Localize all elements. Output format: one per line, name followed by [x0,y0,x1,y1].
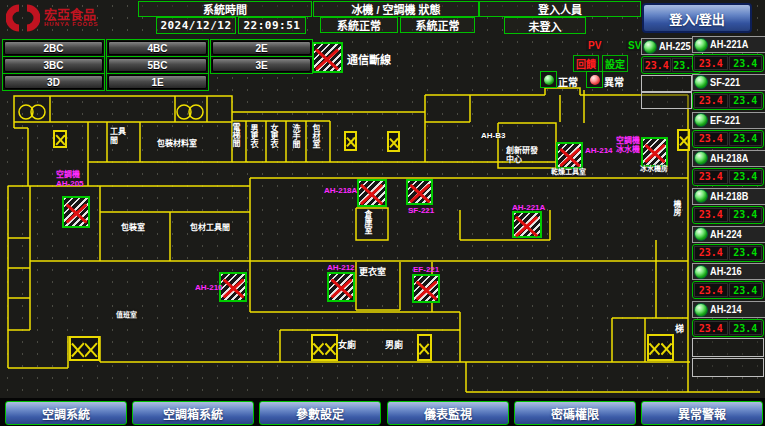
unit-name: AH-218A [710,153,748,164]
equipment-label-AH-212: AH-212 [327,263,355,272]
pv-label: PV [586,40,603,51]
zone-button-3BC[interactable]: 3BC [4,58,103,72]
equipment-marker-AH-212[interactable] [327,272,355,302]
sv-value: 23.4 [729,56,763,70]
unit-name: AH-216 [710,266,742,277]
zone-button-wrap-2BC: 2BC [2,39,105,57]
unit-name: SF-221 [710,77,740,88]
unit-SF-221-values: 23.423.4 [692,92,764,110]
nav-button-1[interactable]: 空調系統 [5,401,127,425]
equipment-marker-SF-221[interactable] [406,179,433,205]
door-marker-1 [344,131,357,151]
unit-EF-221-values: 23.423.4 [692,130,764,148]
normal-led-icon [540,71,557,88]
zone-button-2E[interactable]: 2E [212,41,311,55]
equipment-label-SF-221: SF-221 [408,206,434,215]
equipment-marker-EF-221[interactable] [412,274,440,303]
unit-name: AH-221A [710,39,748,50]
door-marker-7 [647,334,674,361]
equipment-marker-冰水機[interactable] [641,137,668,167]
equipment-marker-AH-221A[interactable] [512,211,542,238]
pv-value: 23.4 [694,56,728,70]
sv-value: 23.4 [729,321,763,335]
zone-button-wrap-2E: 2E [210,39,313,57]
unit-AH-218A-values: 23.423.4 [692,168,764,186]
room-label-18: 梯 [675,325,684,334]
equipment-label-AH-221A: AH-221A [512,203,545,212]
pv-value: 23.4 [694,246,728,260]
unit-status-led-icon [694,113,708,127]
zone-button-5BC[interactable]: 5BC [108,58,207,72]
room-label-11: 包裝室 [121,223,145,232]
equipment-label-EF-221: EF-221 [413,265,439,274]
equipment-label-冰水機: 空調機 冰水機 [616,136,640,154]
zone-button-wrap-3E: 3E [210,56,313,74]
zone-button-wrap-5BC: 5BC [106,56,209,74]
unit-status-led-icon [694,189,708,203]
unit-EF-221[interactable]: EF-221 [692,112,765,129]
room-label-19: 機房 [671,200,681,216]
door-marker-0 [53,130,67,148]
equipment-marker-AH-210[interactable] [219,272,247,302]
room-label-14: 倉庫室 [362,210,372,234]
unit-status-led-icon [694,151,708,165]
nav-button-3[interactable]: 參數設定 [259,401,381,425]
empty-panel [692,358,764,377]
room-label-16: 女廁 [338,341,356,350]
sv-value: 23.4 [729,94,763,108]
unit-AH-218A[interactable]: AH-218A [692,150,765,167]
empty-panel [641,75,692,92]
equipment-marker-AH-205[interactable] [62,196,90,228]
room-label-10: 冰水機房 [640,164,668,173]
zone-button-4BC[interactable]: 4BC [108,41,207,55]
door-marker-3 [677,129,690,151]
room-label-4: 女更衣 [268,124,278,148]
unit-status-led-icon [694,265,708,279]
room-label-3: 男更衣 [248,124,258,148]
abnormal-label: 異常 [604,74,624,89]
unit-AH-214-values: 23.423.4 [692,319,764,337]
unit-AH-218B[interactable]: AH-218B [692,188,765,205]
equipment-marker-AH-214[interactable] [556,142,583,169]
unit-AH-216[interactable]: AH-216 [692,263,765,280]
pv-value: 23.4 [694,283,728,297]
equipment-label-AH-214: AH-214 [585,146,613,155]
sv-value: 23.4 [729,283,763,297]
pv-value: 23.4 [694,321,728,335]
unit-AH-221A[interactable]: AH-221A [692,36,765,53]
zone-button-2BC[interactable]: 2BC [4,41,103,55]
room-label-8: 創新研發 中心 [506,146,538,164]
zone-button-1E[interactable]: 1E [108,75,207,89]
room-label-1: 包裝材料室 [157,139,197,148]
pv-value: 23.4 [694,132,728,146]
equipment-marker-AH-218A[interactable] [357,179,387,207]
unit-AH-214[interactable]: AH-214 [692,301,765,318]
unit-status-led-icon [694,75,708,89]
room-label-7: AH-B3 [481,131,505,140]
zone-button-3D[interactable]: 3D [4,75,103,89]
sv-value: 23.4 [729,246,763,260]
sv-value: 23.4 [729,170,763,184]
nav-button-4[interactable]: 儀表監視 [387,401,509,425]
nav-button-2[interactable]: 空調箱系統 [132,401,254,425]
unit-name: EF-221 [710,115,740,126]
unit-SF-221[interactable]: SF-221 [692,74,765,91]
bottom-nav: 空調系統空調箱系統參數設定儀表監視密碼權限異常警報 [0,398,765,426]
nav-button-6[interactable]: 異常警報 [641,401,763,425]
normal-label: 正常 [558,74,578,89]
unit-AH-224[interactable]: AH-224 [692,226,765,243]
room-label-12: 包材工具間 [190,223,230,232]
setpoint-label: 設定 [602,55,628,72]
room-label-6: 包材室 [310,124,320,148]
room-label-5: 洗手間 [290,124,300,148]
pv-value: 23.4 [694,208,728,222]
disconnect-legend-label: 通信斷線 [347,51,391,67]
nav-button-5[interactable]: 密碼權限 [514,401,636,425]
room-label-9: 乾燥工具室 [551,167,586,176]
zone-button-wrap-1E: 1E [106,73,209,91]
unit-name: AH-224 [710,229,742,240]
zone-button-3E[interactable]: 3E [212,58,311,72]
room-label-15: 更衣室 [359,268,386,277]
empty-panel [692,338,764,357]
sv-value: 23.4 [729,132,763,146]
